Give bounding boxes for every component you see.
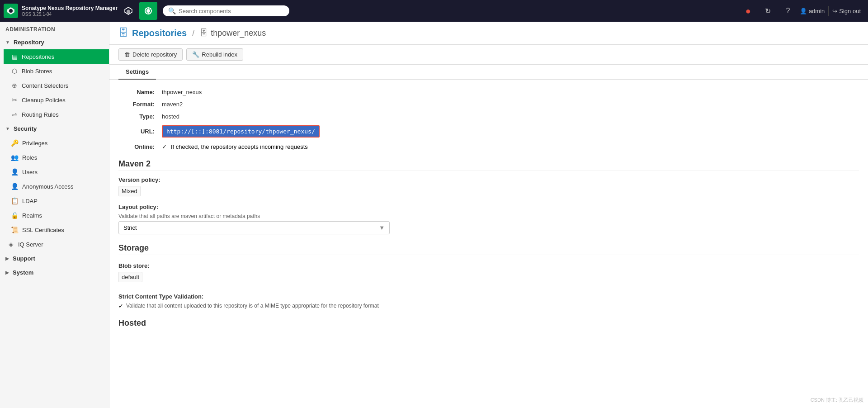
ssl-certificates-icon: 📜 (11, 226, 19, 233)
search-icon: 🔍 (168, 7, 176, 14)
tabs: Settings (109, 65, 868, 80)
strict-text: Validate that all content uploaded to th… (126, 303, 379, 309)
cleanup-policies-icon: ✂ (11, 96, 18, 104)
delete-icon: 🗑 (124, 51, 130, 58)
nav-components-button[interactable] (119, 2, 137, 20)
sidebar-item-roles-label: Roles (22, 154, 37, 161)
blob-store-value: default (118, 272, 142, 282)
sidebar-item-anonymous-access[interactable]: 👤 Anonymous Access (4, 179, 109, 194)
chevron-down-icon-2: ▼ (5, 126, 10, 131)
strict-validation-section: Strict Content Type Validation: ✓ Valida… (118, 293, 859, 309)
rebuild-icon: 🔧 (192, 51, 199, 58)
sidebar-item-roles[interactable]: 👥 Roles (4, 150, 109, 165)
version-policy-label: Version policy: (118, 176, 859, 183)
sidebar-item-privileges-label: Privileges (22, 140, 47, 147)
sidebar-item-blob-stores-label: Blob Stores (22, 68, 52, 75)
sidebar-item-repositories-label: Repositories (22, 53, 54, 60)
url-value[interactable]: http://[::]:8081/repository/thpower_nexu… (162, 125, 320, 138)
page-header: 🗄 Repositories / 🗄 thpower_nexus (109, 22, 868, 45)
form-row-url: URL: http://[::]:8081/repository/thpower… (118, 125, 859, 138)
user-icon: 👤 (800, 8, 807, 14)
strict-checkbox[interactable]: ✓ (118, 303, 123, 309)
strict-label: Strict Content Type Validation: (118, 293, 859, 300)
brand-version: OSS 3.25.1-04 (22, 12, 118, 17)
sidebar-item-blob-stores[interactable]: ⬡ Blob Stores (4, 64, 109, 78)
search-input[interactable] (179, 8, 284, 14)
sidebar-item-realms-label: Realms (22, 212, 42, 219)
routing-rules-icon: ⇌ (11, 111, 18, 118)
layout-policy-section: Layout policy: Validate that all paths a… (118, 204, 859, 234)
sidebar-item-content-selectors[interactable]: ⊕ Content Selectors (4, 78, 109, 93)
user-menu[interactable]: 👤 admin (800, 8, 825, 14)
iq-server-icon: ◈ (7, 241, 14, 248)
page-header-sub: 🗄 thpower_nexus (200, 28, 266, 38)
type-value: hosted (162, 113, 179, 120)
page-header-title: Repositories (132, 28, 187, 38)
search-box[interactable]: 🔍 (163, 5, 289, 16)
ldap-icon: 📋 (11, 197, 19, 204)
sidebar-item-content-selectors-label: Content Selectors (22, 82, 68, 89)
hosted-section-title: Hosted (118, 318, 859, 330)
layout-policy-dropdown[interactable]: Strict ▼ (118, 221, 390, 234)
layout-policy-value: Strict (123, 224, 137, 231)
content-area: 🗄 Repositories / 🗄 thpower_nexus 🗑 Delet… (109, 22, 868, 408)
sidebar-group-support[interactable]: ▶ Support (0, 251, 109, 266)
delete-repository-button[interactable]: 🗑 Delete repository (118, 48, 183, 61)
help-button[interactable]: ? (780, 3, 796, 19)
format-label: Format: (118, 101, 155, 108)
sidebar-item-routing-rules[interactable]: ⇌ Routing Rules (4, 107, 109, 122)
alert-button[interactable]: ● (740, 3, 756, 19)
tab-settings[interactable]: Settings (118, 65, 156, 80)
brand-text: Sonatype Nexus Repository Manager OSS 3.… (22, 5, 118, 16)
refresh-button[interactable]: ↻ (760, 3, 776, 19)
signout-button[interactable]: ↪ Sign out (828, 6, 864, 16)
sidebar-item-repositories[interactable]: ▤ Repositories (4, 49, 109, 64)
form-row-format: Format: maven2 (118, 101, 859, 108)
dropdown-arrow-icon: ▼ (379, 224, 385, 231)
sidebar-group-repository[interactable]: ▼ Repository (0, 35, 109, 49)
page-header-icon: 🗄 (118, 27, 128, 39)
online-row: ✓ If checked, the repository accepts inc… (162, 143, 308, 150)
sidebar-item-routing-rules-label: Routing Rules (22, 111, 59, 118)
users-icon: 👤 (11, 168, 19, 176)
sidebar-group-repository-label: Repository (14, 39, 44, 46)
sidebar-item-iq-server[interactable]: ◈ IQ Server (0, 237, 109, 251)
sidebar-item-cleanup-policies-label: Cleanup Policies (22, 97, 66, 104)
sidebar-repository-children: ▤ Repositories ⬡ Blob Stores ⊕ Content S… (0, 49, 109, 122)
storage-section-title: Storage (118, 243, 859, 255)
signout-icon: ↪ (832, 8, 837, 14)
nav-admin-button[interactable] (139, 2, 157, 20)
sidebar-item-users[interactable]: 👤 Users (4, 165, 109, 179)
blob-store-section: Blob store: default (118, 262, 859, 286)
sidebar-group-security-label: Security (14, 125, 37, 132)
sidebar-security-children: 🔑 Privileges 👥 Roles 👤 Users 👤 Anonymous… (0, 136, 109, 237)
rebuild-label: Rebuild index (202, 51, 237, 58)
sidebar-item-ssl-certificates[interactable]: 📜 SSL Certificates (4, 223, 109, 237)
sidebar-item-users-label: Users (22, 169, 38, 176)
sidebar-item-privileges[interactable]: 🔑 Privileges (4, 136, 109, 150)
sidebar: Administration ▼ Repository ▤ Repositori… (0, 22, 109, 408)
sidebar-item-cleanup-policies[interactable]: ✂ Cleanup Policies (4, 93, 109, 107)
sidebar-group-security[interactable]: ▼ Security (0, 122, 109, 136)
sidebar-item-ssl-certificates-label: SSL Certificates (22, 227, 64, 233)
topbar-right: ● ↻ ? 👤 admin ↪ Sign out (740, 3, 864, 19)
layout-policy-label: Layout policy: (118, 204, 859, 210)
roles-icon: 👥 (11, 154, 19, 161)
form-row-type: Type: hosted (118, 113, 859, 120)
brand: Sonatype Nexus Repository Manager OSS 3.… (4, 4, 118, 18)
sidebar-group-support-label: Support (13, 255, 35, 262)
layout-policy-desc: Validate that all paths are maven artifa… (118, 213, 859, 219)
rebuild-index-button[interactable]: 🔧 Rebuild index (186, 48, 243, 61)
breadcrumb-separator: / (192, 28, 194, 38)
sidebar-item-realms[interactable]: 🔒 Realms (4, 208, 109, 223)
brand-name: Sonatype Nexus Repository Manager (22, 5, 118, 11)
svg-point-2 (147, 9, 150, 12)
sidebar-item-ldap[interactable]: 📋 LDAP (4, 194, 109, 208)
main-layout: Administration ▼ Repository ▤ Repositori… (0, 22, 868, 408)
type-label: Type: (118, 113, 155, 120)
sidebar-group-system[interactable]: ▶ System (0, 266, 109, 280)
content-selectors-icon: ⊕ (11, 82, 18, 89)
online-checkbox[interactable]: ✓ (162, 143, 167, 150)
version-policy-section: Version policy: Mixed (118, 176, 859, 196)
sidebar-section-admin: Administration (0, 22, 109, 35)
